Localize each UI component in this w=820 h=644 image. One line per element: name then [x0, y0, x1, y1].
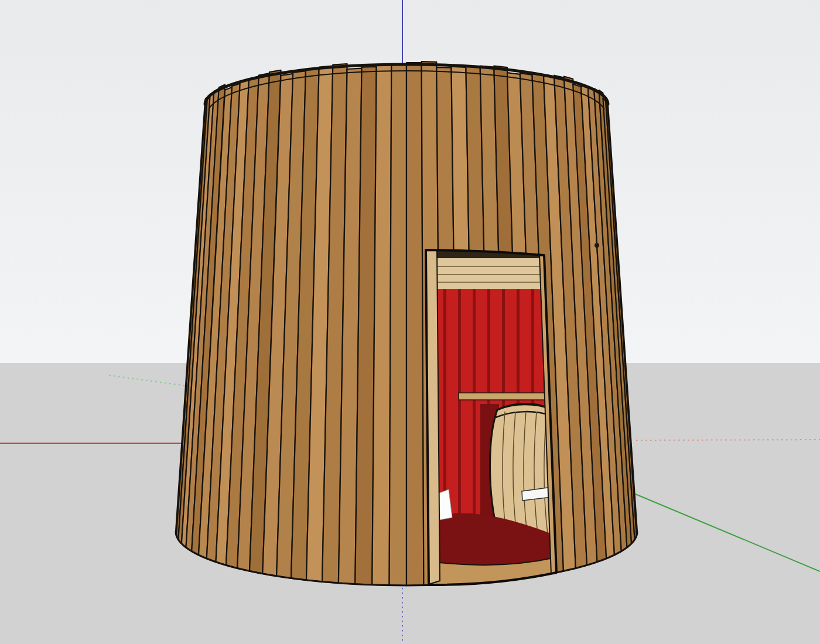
wood-slat [406, 63, 423, 585]
model-scene: 3D modeling viewport showing a round sla… [0, 0, 820, 644]
doorway-interior [424, 250, 559, 585]
red-wall-stripe [473, 289, 476, 546]
3d-viewport[interactable]: 3D modeling viewport showing a round sla… [0, 0, 820, 644]
door-handle-dot [594, 243, 599, 248]
doorway [424, 250, 559, 585]
red-wall-stripe [458, 289, 461, 546]
shelf-board [459, 393, 556, 400]
ceiling-planks [426, 258, 556, 289]
wood-slat [390, 64, 406, 585]
slatted-wood-cylinder [176, 61, 637, 585]
